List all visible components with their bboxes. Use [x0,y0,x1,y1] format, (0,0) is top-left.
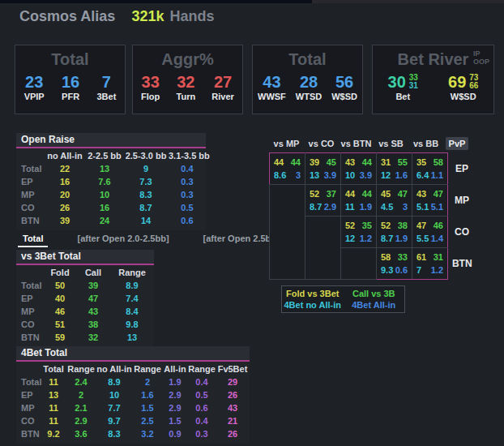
column-header: Range [66,362,96,375]
fold-vs-3bet-value: 39 [305,156,323,169]
stat-box-aggression: Aggr% 33Flop 32Turn 27River [132,45,243,114]
cell-value: 1.5 [162,414,188,427]
4bet-no-allin-value: 4.5 [377,200,395,213]
cell-value: 39 [76,279,110,292]
4bet-allin-value: 1.2 [359,232,377,245]
cell-value: 26 [216,427,250,440]
cell-value: 7.4 [110,292,154,305]
stat-aggr-flop: 33Flop [141,73,160,101]
4bet-no-allin-value: 5.1 [412,200,430,213]
call-vs-3bet-value: 47 [395,187,412,200]
table-row: EP132101.62.90.526 [16,388,250,401]
cell-value: 22 [44,162,86,175]
cell-value: 8.7 [123,201,169,214]
fold-vs-3bet-value: 44 [270,156,288,169]
fold-vs-3bet-value: 31 [377,156,395,169]
cell-value: 29 [216,375,250,388]
cell-value: 43 [76,305,110,318]
cell-value: 9.7 [96,414,133,427]
matrix-cell-btn-vs-bb: 613171.2 [412,248,448,280]
tab-total[interactable]: Total [18,232,48,247]
table-row: CO26168.70.5 [16,201,206,214]
stat-box-bet-river: Bet River IPOOP 303331 Bet 697366 W$SD [372,45,494,114]
column-header: 2.5-3.0 bb [123,149,169,162]
column-header: Fv5Bet [216,362,250,375]
vs-3bet-table: Fold Call Range Total50398.9 EP40477.4 M… [16,266,154,344]
fold-vs-3bet-value: 52 [341,219,359,232]
fold-vs-3bet-value: 47 [412,219,430,232]
column-header: vs CO [304,139,339,148]
cell-value: 13 [41,388,66,401]
stat-aggr-turn: 32Turn [177,73,196,101]
row-label: BTN [16,214,44,227]
pvp-button[interactable]: PvP [446,137,468,150]
matrix-row-label: CO [448,217,476,248]
4bet-panel: 4Bet Total Total Range no All-in Range A… [16,346,250,444]
4bet-allin-value: 3 [395,200,412,213]
4bet-no-allin-value: 12 [377,169,395,182]
4bet-no-allin-value: 9.3 [377,264,395,277]
cell-value: 13 [86,162,123,175]
4bet-no-allin-value: 5.5 [412,232,430,245]
call-vs-3bet-value: 55 [395,156,412,169]
cell-value: 9 [123,162,169,175]
cell-value: 2.9 [162,388,188,401]
cell-value: 11 [41,414,66,427]
stat-box-title: Total [15,49,125,71]
tab-after-open-2-25bb[interactable]: [after Open 2.0-2.5bb] [72,232,173,247]
panel-title: vs 3Bet Total [16,250,154,265]
row-label: CO [16,318,44,331]
cell-value: 0.6 [169,214,206,227]
cell-value: 0.5 [169,201,206,214]
row-label: BTN [16,427,41,440]
matrix-row-ep: 44448.63 3945133.9 4344103.9 3155121.6 3… [270,153,476,185]
matrix-row-label: MP [448,185,476,217]
table-row: BTN9.23.68.33.20.90.326 [16,427,250,440]
cell-value: 2.9 [66,414,96,427]
cell-value: 8.3 [96,427,133,440]
fold-vs-3bet-value: 52 [305,187,323,200]
top-strip-left [0,0,312,3]
cell-value: 8.9 [96,375,133,388]
cell-value: 1.5 [133,401,162,414]
call-vs-3bet-value: 33 [395,251,412,264]
cell-value: 7.3 [123,175,169,188]
fold-vs-3bet-value: 44 [341,187,359,200]
cell-value: 2.9 [162,401,188,414]
stat-wsd: 56W$SD [331,73,357,101]
cell-value: 2.1 [66,401,96,414]
cell-value: 39 [44,214,86,227]
column-header: vs MP [269,139,304,148]
cell-value: 0.4 [188,375,216,388]
corner-cell [16,149,44,162]
row-label: Total [16,375,41,388]
column-header: 3.1-3.5 bb [169,149,206,162]
column-header: 2-2.5 bb [86,149,123,162]
ip-oop-labels: IPOOP [473,49,489,66]
table-row: EP40477.4 [16,292,154,305]
4bet-table: Total Range no All-in Range All-in Range… [16,362,250,440]
row-label: BTN [16,331,44,344]
cell-value: 59 [44,331,76,344]
cell-value: 20 [44,188,86,201]
table-row: BTN593213 [16,331,154,344]
cell-value: 47 [76,292,110,305]
matrix-cell-ep-vs-bb: 35586.41.1 [412,153,448,185]
4bet-allin-value: 2.9 [323,200,341,213]
cell-value: 50 [44,279,76,292]
stat-wtsd: 28WTSD [296,73,322,101]
cell-value: 9.8 [110,318,154,331]
cell-value: 46 [44,305,76,318]
row-label: MP [16,305,44,318]
table-row: Total50398.9 [16,279,154,292]
row-label: MP [16,401,41,414]
table-row: Total221390.4 [16,162,206,175]
hands-count: 321k [131,8,164,24]
call-vs-3bet-value: 31 [430,251,448,264]
cell-value: 26 [216,388,250,401]
poker-hud-popup: Cosmos Alias321kHands Total 23VPIP 16PFR… [0,0,504,446]
call-vs-3bet-value: 44 [359,187,377,200]
cell-value: 16 [86,201,123,214]
4bet-allin-value: 1.2 [430,264,448,277]
corner-cell [16,266,44,279]
